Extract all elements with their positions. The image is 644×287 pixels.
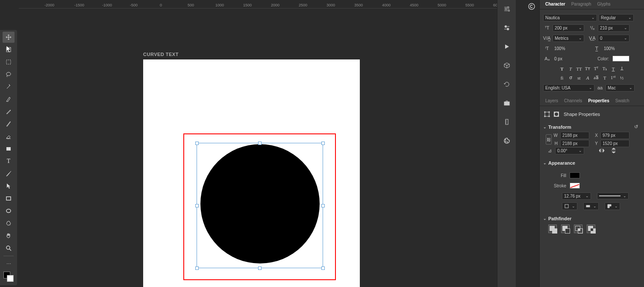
- fractions-icon[interactable]: ½: [618, 74, 626, 81]
- tab-swatches[interactable]: Swatch: [613, 98, 632, 106]
- allcaps-icon[interactable]: TT: [576, 65, 583, 72]
- titling-icon[interactable]: T: [601, 74, 609, 81]
- contextual-icon[interactable]: ơ: [567, 74, 574, 81]
- strike-icon[interactable]: ꓕ: [618, 65, 626, 72]
- smallcaps-icon[interactable]: Tᴛ: [584, 65, 591, 72]
- move-tool[interactable]: [3, 32, 15, 43]
- subscript-icon[interactable]: T₁: [601, 65, 609, 72]
- refresh-icon[interactable]: [501, 79, 513, 90]
- lasso-tool[interactable]: [3, 69, 15, 80]
- stylistic-icon[interactable]: aa̅: [593, 74, 600, 81]
- hscale-input[interactable]: 100%: [602, 45, 631, 52]
- language-select[interactable]: English: USA⌄: [543, 84, 594, 92]
- hand-tool[interactable]: [3, 230, 15, 241]
- ligature-icon[interactable]: fi: [559, 74, 566, 81]
- font-style-select[interactable]: Regular⌄: [599, 14, 634, 21]
- font-size-input[interactable]: 200 px⌄: [553, 24, 584, 32]
- blob-tool[interactable]: [3, 218, 15, 229]
- vscale-input[interactable]: 100%: [553, 45, 582, 52]
- color-swatch-tool[interactable]: [3, 271, 15, 284]
- pathfinder-exclude[interactable]: [587, 225, 595, 233]
- leading-input[interactable]: 210 px⌄: [598, 24, 629, 32]
- ordinals-icon[interactable]: 1ˢᵗ: [610, 74, 617, 81]
- discretionary-icon[interactable]: st: [576, 74, 583, 81]
- palette-icon[interactable]: [501, 135, 513, 146]
- tab-character[interactable]: Character: [543, 1, 568, 9]
- type-tool[interactable]: T: [3, 156, 15, 167]
- font-select[interactable]: Nautica⌄: [543, 14, 597, 21]
- play-icon[interactable]: [501, 41, 513, 52]
- zoom-tool[interactable]: [3, 243, 15, 254]
- tab-layers[interactable]: Layers: [543, 98, 560, 106]
- rectangle-fill-tool[interactable]: [3, 143, 15, 154]
- stroke-align-select[interactable]: ⌄: [562, 202, 577, 210]
- link-wh-icon[interactable]: ⛓: [546, 134, 552, 145]
- svg-rect-20: [549, 112, 550, 112]
- pathfinder-unite[interactable]: [548, 225, 557, 233]
- appearance-chevron-icon[interactable]: ⌄: [543, 161, 547, 165]
- tracking-input[interactable]: 0⌄: [598, 35, 629, 42]
- x-input[interactable]: 979 px: [600, 132, 629, 139]
- sliders-icon[interactable]: [501, 22, 513, 33]
- baseline-input[interactable]: 0 px: [553, 56, 582, 62]
- stroke-cap-select[interactable]: ⌄: [583, 202, 599, 210]
- kerning-select[interactable]: Metrics⌄: [553, 35, 584, 42]
- rect-shape-tool[interactable]: [3, 193, 15, 204]
- tracking-icon: V͟A: [588, 34, 596, 42]
- cube-icon[interactable]: [501, 60, 513, 71]
- tab-glyphs[interactable]: Glyphs: [595, 1, 612, 9]
- svg-rect-25: [565, 204, 568, 208]
- character-panel: Nautica⌄ Regular⌄ ᵀT 200 px⌄ ᵗ/ₐ 210 px⌄…: [540, 9, 644, 96]
- bounds-icon: [543, 110, 551, 118]
- fill-label: Fill: [553, 173, 568, 178]
- superscript-icon[interactable]: Tᵀ: [593, 65, 600, 72]
- transform-chevron-icon[interactable]: ⌄: [543, 125, 547, 129]
- stroke-width-input[interactable]: 12.76 px⌄: [562, 192, 591, 200]
- mask-icon: [553, 110, 560, 118]
- briefcase-icon[interactable]: [501, 98, 513, 109]
- svg-rect-3: [6, 147, 11, 151]
- pathfinder-intersect[interactable]: [574, 225, 582, 233]
- underline-icon[interactable]: T: [610, 65, 617, 72]
- adjust-icon[interactable]: [501, 3, 513, 15]
- copyright-icon[interactable]: [528, 3, 535, 10]
- eyedropper-tool[interactable]: [3, 106, 15, 117]
- ruler-tick: 4000: [382, 0, 391, 7]
- flip-h-icon[interactable]: [598, 147, 606, 154]
- stroke-swatch[interactable]: [570, 183, 580, 189]
- wand-tool[interactable]: [3, 81, 15, 92]
- svg-rect-21: [544, 116, 545, 117]
- tab-paragraph[interactable]: Paragraph: [569, 1, 594, 9]
- width-input[interactable]: 2188 px: [560, 132, 589, 139]
- fill-swatch[interactable]: [570, 172, 580, 178]
- ruler-tick: 0: [160, 0, 162, 7]
- marquee-tool[interactable]: [3, 56, 15, 68]
- measure-icon[interactable]: [501, 116, 513, 127]
- antialias-select[interactable]: Mac⌄: [606, 84, 635, 92]
- tab-channels[interactable]: Channels: [562, 98, 584, 106]
- angle-input[interactable]: 0.00°⌄: [555, 147, 584, 154]
- tab-properties[interactable]: Properties: [586, 98, 611, 106]
- color-label: Color:: [595, 56, 611, 61]
- y-input[interactable]: 1520 px: [600, 140, 629, 147]
- text-color-swatch[interactable]: [612, 56, 629, 62]
- bold-icon[interactable]: T: [559, 65, 566, 72]
- brush-tool[interactable]: [3, 118, 15, 130]
- pen-tool[interactable]: [3, 94, 15, 105]
- stroke-style-select[interactable]: ⌄: [597, 192, 629, 199]
- ruler-tick: 2500: [299, 0, 307, 7]
- pathfinder-chevron-icon[interactable]: ⌄: [543, 216, 547, 221]
- ellipse-shape-tool[interactable]: [3, 205, 15, 216]
- italic-icon[interactable]: T: [567, 65, 574, 72]
- flip-v-icon[interactable]: [610, 147, 618, 154]
- height-input[interactable]: 2188 px: [560, 140, 589, 147]
- swash-icon[interactable]: A: [584, 74, 591, 81]
- ruler-horizontal[interactable]: -2000 -1500 -1000 -500 0 500 1000 1500 2…: [19, 0, 503, 9]
- eraser-tool[interactable]: [3, 131, 15, 142]
- stroke-join-select[interactable]: ⌄: [605, 202, 620, 210]
- more-tools[interactable]: ⋯: [3, 258, 15, 269]
- reset-transform-icon[interactable]: ↺: [634, 124, 641, 130]
- pen-curve-tool[interactable]: [3, 168, 15, 179]
- direct-select-tool[interactable]: [3, 180, 15, 192]
- pathfinder-subtract[interactable]: [561, 225, 570, 233]
